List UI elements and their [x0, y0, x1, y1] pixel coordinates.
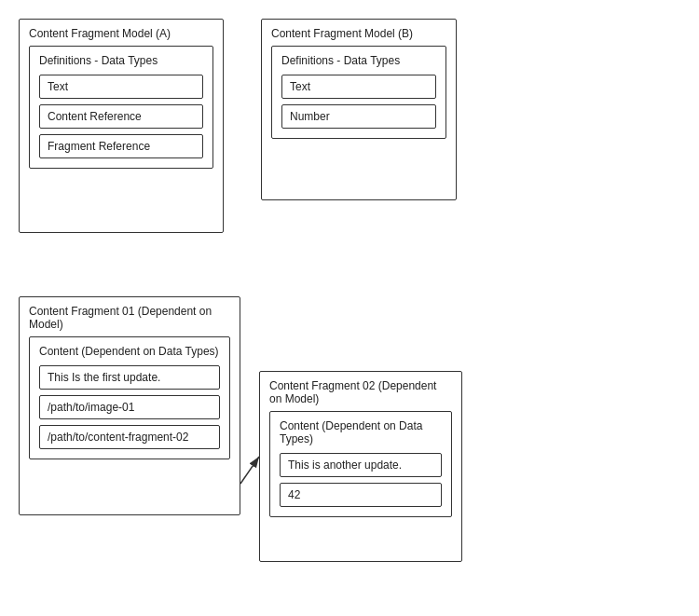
card-model-a: Content Fragment Model (A) Definitions -…: [19, 19, 224, 233]
card-model-a-title: Content Fragment Model (A): [20, 20, 223, 46]
field-number-b: Number: [281, 104, 436, 129]
field-content-ref-a: Content Reference: [39, 104, 203, 129]
field-fragment02-text: This is another update.: [280, 453, 442, 477]
card-model-b: Content Fragment Model (B) Definitions -…: [261, 19, 457, 200]
card-fragment-01: Content Fragment 01 (Dependent on Model)…: [19, 296, 240, 515]
field-fragment-ref-a: Fragment Reference: [39, 134, 203, 158]
card-fragment-02-inner-title: Content (Dependent on Data Types): [280, 419, 442, 445]
card-fragment-01-inner-title: Content (Dependent on Data Types): [39, 345, 220, 358]
card-fragment-01-title: Content Fragment 01 (Dependent on Model): [20, 297, 240, 336]
card-fragment-02: Content Fragment 02 (Dependent on Model)…: [259, 371, 462, 562]
field-text-b: Text: [281, 75, 436, 99]
card-fragment-02-title: Content Fragment 02 (Dependent on Model): [260, 372, 461, 411]
field-fragment01-image: /path/to/image-01: [39, 395, 220, 419]
svg-line-0: [240, 457, 259, 484]
diagram-container: Content Fragment Model (A) Definitions -…: [0, 0, 699, 616]
card-fragment-02-inner: Content (Dependent on Data Types) This i…: [269, 411, 452, 517]
card-model-a-inner: Definitions - Data Types Text Content Re…: [29, 46, 213, 169]
card-model-b-inner-title: Definitions - Data Types: [281, 54, 436, 67]
field-fragment01-text: This Is the first update.: [39, 365, 220, 390]
card-model-b-inner: Definitions - Data Types Text Number: [271, 46, 446, 139]
field-fragment02-number: 42: [280, 483, 442, 507]
card-model-b-title: Content Fragment Model (B): [262, 20, 456, 46]
card-fragment-01-inner: Content (Dependent on Data Types) This I…: [29, 336, 230, 459]
card-model-a-inner-title: Definitions - Data Types: [39, 54, 203, 67]
field-fragment01-ref: /path/to/content-fragment-02: [39, 425, 220, 449]
field-text-a: Text: [39, 75, 203, 99]
